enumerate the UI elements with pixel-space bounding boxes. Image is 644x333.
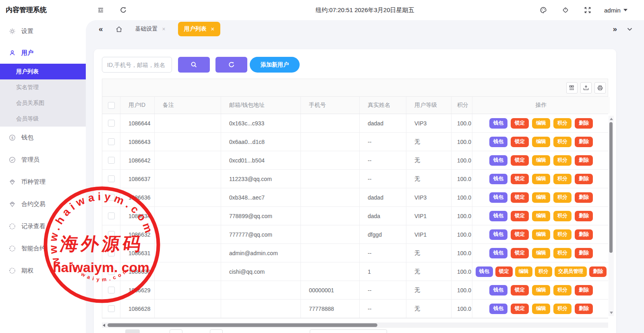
action-button-删除[interactable]: 删除	[575, 118, 593, 129]
columns-icon[interactable]	[566, 82, 578, 94]
action-button-锁定[interactable]: 锁定	[511, 137, 529, 147]
sidebar-item-contract-trade[interactable]: 合约交易	[0, 193, 86, 215]
action-button-删除[interactable]: 删除	[575, 248, 593, 258]
action-button-删除[interactable]: 删除	[589, 266, 607, 277]
action-button-积分[interactable]: 积分	[553, 118, 572, 129]
action-button-删除[interactable]: 删除	[575, 285, 593, 296]
select-all-checkbox[interactable]	[108, 102, 115, 109]
action-button-锁定[interactable]: 锁定	[511, 211, 529, 221]
sidebar-item-settings[interactable]: 设置	[0, 20, 86, 42]
action-button-积分[interactable]: 积分	[553, 248, 572, 258]
action-button-钱包[interactable]: 钱包	[476, 266, 493, 277]
sidebar-item-wallet[interactable]: $钱包	[0, 127, 86, 149]
action-button-积分[interactable]: 积分	[553, 211, 572, 221]
row-checkbox[interactable]	[108, 194, 115, 201]
row-checkbox[interactable]	[108, 287, 115, 293]
action-button-锁定[interactable]: 锁定	[511, 229, 529, 240]
search-button[interactable]	[178, 57, 210, 73]
action-button-编辑[interactable]: 编辑	[515, 266, 532, 277]
sidebar-item-coins[interactable]: 币种管理	[0, 171, 86, 193]
action-button-钱包[interactable]: 钱包	[489, 174, 507, 184]
action-button-编辑[interactable]: 编辑	[532, 211, 550, 221]
print-icon[interactable]	[594, 82, 606, 94]
row-checkbox[interactable]	[108, 212, 115, 219]
action-button-锁定[interactable]: 锁定	[511, 304, 529, 314]
row-checkbox[interactable]	[108, 231, 115, 238]
action-button-钱包[interactable]: 钱包	[489, 285, 507, 296]
row-checkbox[interactable]	[108, 175, 115, 182]
action-button-编辑[interactable]: 编辑	[532, 174, 550, 184]
action-button-锁定[interactable]: 锁定	[511, 248, 529, 258]
home-icon[interactable]	[115, 25, 123, 33]
action-button-删除[interactable]: 删除	[575, 155, 593, 166]
action-button-钱包[interactable]: 钱包	[489, 229, 507, 240]
action-button-钱包[interactable]: 钱包	[489, 211, 507, 221]
action-button-锁定[interactable]: 锁定	[495, 266, 513, 277]
action-button-编辑[interactable]: 编辑	[532, 285, 550, 296]
action-button-锁定[interactable]: 锁定	[511, 285, 529, 296]
action-button-删除[interactable]: 删除	[575, 137, 593, 147]
user-menu[interactable]: admin	[604, 0, 627, 20]
scroll-up-arrow-icon[interactable]	[610, 118, 613, 120]
action-button-删除[interactable]: 删除	[575, 304, 593, 314]
tab-用户列表[interactable]: 用户列表×	[178, 22, 220, 36]
sidebar-subitem-realname[interactable]: 实名管理	[0, 79, 86, 95]
row-checkbox[interactable]	[108, 305, 115, 312]
action-button-锁定[interactable]: 锁定	[511, 174, 529, 184]
action-button-钱包[interactable]: 钱包	[489, 155, 507, 166]
close-icon[interactable]: ×	[162, 26, 166, 32]
sidebar-subitem-user-list[interactable]: 用户列表	[0, 64, 86, 79]
horizontal-scrollbar-thumb[interactable]	[108, 323, 377, 327]
tab-基础设置[interactable]: 基础设置×	[129, 22, 172, 36]
action-button-编辑[interactable]: 编辑	[532, 229, 550, 240]
action-button-钱包[interactable]: 钱包	[489, 192, 507, 203]
action-button-锁定[interactable]: 锁定	[511, 155, 529, 166]
action-button-积分[interactable]: 积分	[553, 174, 572, 184]
action-button-删除[interactable]: 删除	[575, 192, 593, 203]
tabs-scroll-right-icon[interactable]: »	[613, 25, 617, 33]
row-checkbox[interactable]	[108, 138, 115, 145]
scroll-left-arrow-icon[interactable]	[103, 324, 105, 327]
sidebar-item-smart-contract[interactable]: 智能合约	[0, 237, 86, 260]
action-button-钱包[interactable]: 钱包	[489, 304, 507, 314]
tabs-menu-icon[interactable]	[627, 26, 633, 32]
add-user-button[interactable]: 添加新用户	[250, 57, 300, 73]
row-checkbox[interactable]	[108, 250, 115, 256]
sidebar-subitem-member-level[interactable]: 会员等级	[0, 111, 86, 127]
fullscreen-icon[interactable]	[584, 6, 591, 14]
sidebar-subitem-member-graph[interactable]: 会员关系图	[0, 95, 86, 111]
vertical-scrollbar[interactable]	[609, 116, 614, 316]
collapse-menu-icon[interactable]	[97, 6, 104, 14]
action-button-锁定[interactable]: 锁定	[511, 192, 529, 203]
pagination-button-partial[interactable]	[125, 329, 140, 333]
action-button-交易员管理[interactable]: 交易员管理	[555, 266, 587, 277]
horizontal-scrollbar[interactable]	[102, 323, 608, 328]
action-button-积分[interactable]: 积分	[553, 192, 572, 203]
sidebar-item-options[interactable]: 期权	[0, 260, 86, 282]
action-button-编辑[interactable]: 编辑	[532, 155, 550, 166]
action-button-积分[interactable]: 积分	[553, 304, 572, 314]
tabs-scroll-left-icon[interactable]: «	[99, 25, 103, 33]
row-checkbox[interactable]	[108, 157, 115, 164]
action-button-编辑[interactable]: 编辑	[532, 304, 550, 314]
sidebar-item-admins[interactable]: 管理员	[0, 149, 86, 171]
close-icon[interactable]: ×	[211, 26, 214, 32]
action-button-编辑[interactable]: 编辑	[532, 118, 550, 129]
tag-icon[interactable]	[562, 6, 569, 14]
pagination-button-partial[interactable]	[210, 329, 223, 333]
row-checkbox[interactable]	[108, 268, 115, 275]
vertical-scrollbar-thumb[interactable]	[609, 122, 613, 253]
action-button-积分[interactable]: 积分	[553, 285, 572, 296]
palette-icon[interactable]	[540, 6, 547, 14]
action-button-积分[interactable]: 积分	[535, 266, 552, 277]
action-button-钱包[interactable]: 钱包	[489, 137, 507, 147]
action-button-删除[interactable]: 删除	[575, 174, 593, 184]
action-button-钱包[interactable]: 钱包	[489, 248, 507, 258]
action-button-锁定[interactable]: 锁定	[511, 118, 529, 129]
action-button-编辑[interactable]: 编辑	[532, 137, 550, 147]
search-input[interactable]	[102, 57, 172, 73]
action-button-编辑[interactable]: 编辑	[532, 192, 550, 203]
pagination-button-partial[interactable]	[170, 329, 182, 333]
export-icon[interactable]	[580, 82, 592, 94]
scroll-down-arrow-icon[interactable]	[610, 312, 613, 314]
